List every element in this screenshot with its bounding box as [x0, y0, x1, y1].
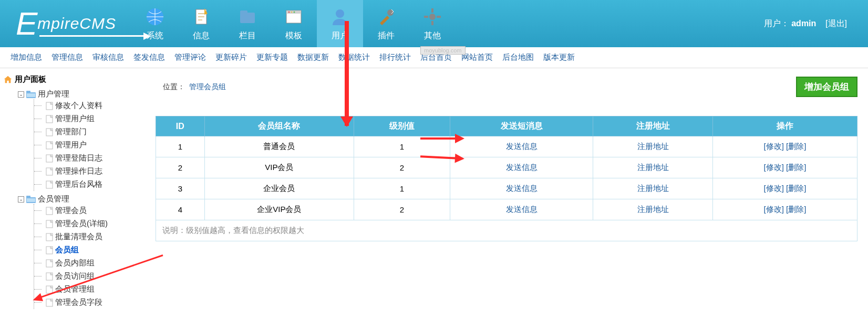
subnav-link-2[interactable]: 审核信息 [92, 52, 124, 61]
reg-link[interactable]: 注册地址 [637, 205, 669, 214]
tree-item-1-1[interactable]: 管理会员(详细) [55, 219, 108, 228]
tree-item-1-2[interactable]: 批量清理会员 [55, 232, 102, 241]
table-row: 1普通会员1发送信息注册地址[修改] [删除] [156, 136, 857, 157]
edit-link[interactable]: [修改] [764, 184, 784, 193]
nav-item-6[interactable]: 其他 [409, 0, 456, 47]
subnav-link-12[interactable]: 后台地图 [502, 52, 534, 61]
cell-id: 4 [156, 199, 205, 220]
delete-link[interactable]: [删除] [786, 184, 806, 193]
subnav-link-1[interactable]: 管理信息 [51, 52, 83, 61]
logo: E mpireCMS [0, 7, 132, 40]
send-link[interactable]: 发送信息 [506, 142, 538, 151]
breadcrumb-link[interactable]: 管理会员组 [189, 82, 226, 92]
tree-item-0-0[interactable]: 修改个人资料 [55, 101, 102, 110]
subnav-link-3[interactable]: 签发信息 [133, 52, 165, 61]
edit-link[interactable]: [修改] [764, 205, 784, 214]
subnav-link-9[interactable]: 排行统计 [379, 52, 411, 61]
nav-item-4[interactable]: 用户 [317, 0, 363, 47]
tree-item-1-5[interactable]: 会员访问组 [55, 271, 95, 280]
globe-icon [144, 6, 166, 27]
tree-item-0-5[interactable]: 管理操作日志 [55, 166, 102, 175]
page-icon [46, 259, 53, 268]
tree-item-1-0[interactable]: 管理会员 [55, 206, 87, 215]
sidebar: 用户面板 -用户管理修改个人资料管理用户组管理部门管理用户管理登陆日志管理操作日… [0, 68, 147, 315]
nav-item-0[interactable]: 系统 [132, 0, 178, 47]
table-header-4: 注册地址 [593, 116, 713, 136]
subnav-link-4[interactable]: 管理评论 [174, 52, 206, 61]
subnav-link-8[interactable]: 数据统计 [338, 52, 370, 61]
add-group-button[interactable]: 增加会员组 [796, 77, 857, 97]
page-icon [46, 207, 53, 215]
nav-item-1[interactable]: 信息 [178, 0, 224, 47]
top-nav: E mpireCMS 系统信息栏目模板用户插件其他 用户： admin [退出] [0, 0, 868, 47]
member-group-table: ID会员组名称级别值发送短消息注册地址操作 1普通会员1发送信息注册地址[修改]… [156, 116, 857, 241]
svg-rect-28 [27, 198, 35, 202]
send-link[interactable]: 发送信息 [506, 163, 538, 172]
sidebar-tree: -用户管理修改个人资料管理用户组管理部门管理用户管理登陆日志管理操作日志管理后台… [2, 88, 145, 311]
subnav-link-13[interactable]: 版本更新 [543, 52, 575, 61]
table-header-1: 会员组名称 [204, 116, 354, 136]
send-link[interactable]: 发送信息 [506, 184, 538, 193]
tree-item-0-3[interactable]: 管理用户 [55, 140, 87, 149]
logout-link[interactable]: [退出] [825, 19, 847, 28]
tree-item-0-1[interactable]: 管理用户组 [55, 114, 95, 123]
edit-link[interactable]: [修改] [764, 163, 784, 172]
table-header-0: ID [156, 116, 205, 136]
reg-link[interactable]: 注册地址 [637, 163, 669, 172]
svg-point-7 [291, 11, 293, 13]
nav-item-label: 其他 [424, 30, 441, 41]
tree-toggle[interactable]: - [18, 196, 24, 203]
cell-level: 2 [354, 157, 450, 178]
tools-icon [376, 6, 397, 27]
table-header-2: 级别值 [354, 116, 450, 136]
user-info: 用户： admin [退出] [764, 18, 868, 29]
tree-group-1[interactable]: 会员管理 [38, 194, 69, 203]
tree-item-1-4[interactable]: 会员内部组 [55, 258, 95, 267]
edit-link[interactable]: [修改] [764, 142, 784, 151]
tree-item-0-2[interactable]: 管理部门 [55, 127, 87, 136]
tree-item-0-4[interactable]: 管理登陆日志 [55, 153, 102, 162]
nav-item-2[interactable]: 栏目 [224, 0, 271, 47]
delete-link[interactable]: [删除] [786, 163, 806, 172]
svg-rect-3 [240, 10, 247, 14]
table-row: 4企业VIP会员2发送信息注册地址[修改] [删除] [156, 199, 857, 220]
gear-icon [422, 6, 443, 27]
subnav-link-5[interactable]: 更新碎片 [215, 52, 247, 61]
reg-link[interactable]: 注册地址 [637, 184, 669, 193]
tree-group-0[interactable]: 用户管理 [38, 89, 69, 98]
page-icon [46, 246, 53, 254]
subnav-link-7[interactable]: 数据更新 [297, 52, 329, 61]
cell-level: 1 [354, 178, 450, 199]
user-label: 用户： [764, 19, 789, 28]
folder-icon [26, 196, 36, 203]
sidebar-title: 用户面板 [2, 72, 145, 88]
tree-item-1-3[interactable]: 会员组 [55, 245, 79, 254]
table-footer: 说明：级别值越高，查看信息的权限越大 [156, 220, 857, 241]
tree-item-1-6[interactable]: 会员管理组 [55, 284, 95, 293]
reg-link[interactable]: 注册地址 [637, 142, 669, 151]
page-icon [46, 115, 53, 123]
subnav-link-6[interactable]: 更新专题 [256, 52, 288, 61]
tree-item-0-6[interactable]: 管理后台风格 [55, 179, 102, 188]
tree-item-1-7[interactable]: 管理会员字段 [55, 297, 102, 306]
subnav-link-0[interactable]: 增加信息 [11, 52, 42, 61]
cell-name: 企业会员 [204, 178, 354, 199]
nav-item-label: 栏目 [239, 30, 256, 41]
nav-item-5[interactable]: 插件 [363, 0, 409, 47]
nav-item-label: 插件 [378, 30, 395, 41]
folder-icon [26, 91, 36, 98]
page-icon [46, 128, 53, 136]
breadcrumb: 位置： 管理会员组 增加会员组 [156, 72, 857, 97]
subnav-link-11[interactable]: 网站首页 [461, 52, 493, 61]
svg-rect-27 [26, 196, 30, 198]
delete-link[interactable]: [删除] [786, 142, 806, 151]
tree-toggle[interactable]: - [18, 91, 24, 98]
delete-link[interactable]: [删除] [786, 205, 806, 214]
svg-rect-2 [240, 13, 255, 23]
page-icon [46, 272, 53, 281]
page-icon [46, 233, 53, 241]
nav-item-3[interactable]: 模板 [271, 0, 317, 47]
send-link[interactable]: 发送信息 [506, 205, 538, 214]
logo-arrow-icon [39, 35, 144, 37]
svg-rect-13 [431, 21, 433, 25]
